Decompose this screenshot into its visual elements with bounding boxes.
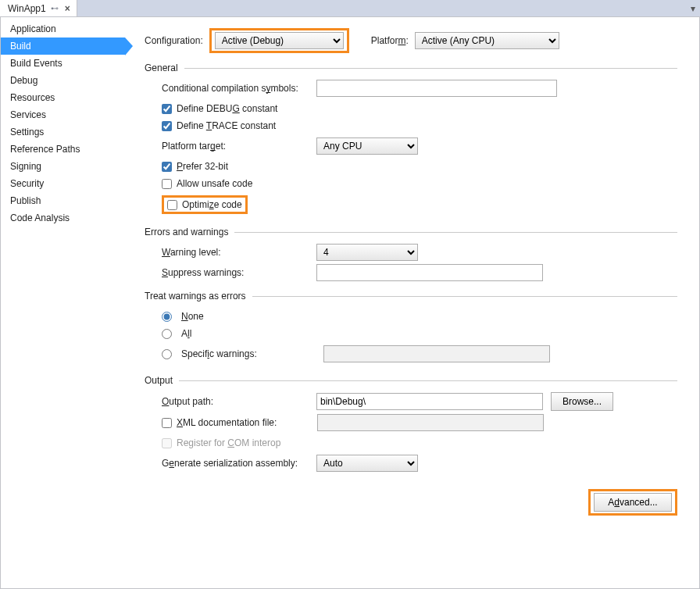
document-tab-bar: WinApp1 ⊷ × ▾ — [0, 0, 700, 17]
xml-doc-input — [317, 414, 544, 431]
register-com-checkbox — [162, 438, 172, 448]
divider — [234, 232, 677, 233]
sidenav-item-security[interactable]: Security — [1, 175, 125, 192]
allow-unsafe-label: Allow unsafe code — [177, 178, 252, 189]
suppress-warnings-input[interactable] — [316, 264, 543, 281]
cond-symbols-label: Conditional compilation symbols: — [162, 83, 316, 94]
configuration-select[interactable]: Active (Debug) — [215, 32, 344, 49]
treat-specific-input — [323, 345, 550, 362]
suppress-warnings-label: Suppress warnings: — [162, 267, 316, 278]
platform-select[interactable]: Active (Any CPU) — [415, 32, 559, 49]
sidenav-item-settings[interactable]: Settings — [1, 123, 125, 141]
warning-level-label: Warning level: — [162, 247, 316, 258]
tab-bar-overflow-icon[interactable]: ▾ — [686, 0, 700, 16]
sidenav-item-services[interactable]: Services — [1, 106, 125, 123]
define-debug-checkbox[interactable] — [162, 104, 172, 114]
prefer-32bit-checkbox[interactable] — [162, 162, 172, 172]
highlight-advanced: Advanced... — [588, 489, 677, 516]
treat-specific-label: Specific warnings: — [181, 348, 319, 359]
section-errors: Errors and warnings — [145, 227, 228, 237]
prefer-32bit-label: Prefer 32-bit — [177, 161, 228, 172]
highlight-optimize: Optimize code — [162, 195, 248, 214]
close-icon[interactable]: × — [63, 3, 72, 14]
section-output: Output — [145, 375, 173, 386]
cond-symbols-input[interactable] — [316, 80, 557, 97]
register-com-label: Register for COM interop — [177, 437, 280, 448]
gen-serialization-label: Generate serialization assembly: — [162, 458, 316, 469]
gen-serialization-select[interactable]: Auto — [316, 455, 418, 472]
platform-target-select[interactable]: Any CPU — [316, 137, 418, 155]
sidenav-item-build-events[interactable]: Build Events — [1, 55, 125, 72]
divider — [184, 68, 677, 69]
divider — [252, 296, 677, 297]
allow-unsafe-checkbox[interactable] — [162, 179, 172, 189]
treat-all-radio[interactable] — [162, 329, 172, 339]
sidenav-item-debug[interactable]: Debug — [1, 72, 125, 89]
project-property-nav: Application Build Build Events Debug Res… — [1, 17, 126, 588]
sidenav-item-application[interactable]: Application — [1, 20, 125, 37]
optimize-code-label: Optimize code — [182, 199, 242, 210]
define-trace-checkbox[interactable] — [162, 121, 172, 131]
treat-specific-radio[interactable] — [162, 349, 172, 359]
optimize-code-checkbox[interactable] — [167, 200, 177, 210]
warning-level-select[interactable]: 4 — [316, 244, 418, 261]
treat-all-label: All — [181, 328, 191, 339]
sidenav-item-code-analysis[interactable]: Code Analysis — [1, 209, 125, 227]
treat-none-label: None — [181, 311, 204, 322]
configuration-label: Configuration: — [145, 35, 203, 46]
section-treat-warnings: Treat warnings as errors — [145, 291, 246, 302]
define-debug-label: Define DEBUG constant — [177, 103, 277, 114]
sidenav-item-reference-paths[interactable]: Reference Paths — [1, 141, 125, 158]
workspace: Application Build Build Events Debug Res… — [0, 17, 700, 589]
platform-label: Platform: — [371, 35, 409, 46]
sidenav-item-publish[interactable]: Publish — [1, 192, 125, 209]
output-path-input[interactable] — [316, 393, 543, 410]
xml-doc-checkbox[interactable] — [162, 418, 172, 428]
xml-doc-label: XML documentation file: — [177, 417, 317, 428]
sidenav-item-resources[interactable]: Resources — [1, 89, 125, 106]
output-path-label: Output path: — [162, 396, 316, 407]
treat-none-radio[interactable] — [162, 312, 172, 322]
divider — [179, 380, 677, 381]
tab-winapp1[interactable]: WinApp1 ⊷ × — [0, 0, 77, 16]
section-general: General — [145, 62, 178, 73]
advanced-button[interactable]: Advanced... — [594, 493, 672, 512]
sidenav-item-signing[interactable]: Signing — [1, 158, 125, 175]
platform-target-label: Platform target: — [162, 141, 316, 152]
sidenav-item-build[interactable]: Build — [1, 37, 125, 55]
define-trace-label: Define TRACE constant — [177, 120, 276, 131]
tab-title: WinApp1 — [8, 3, 46, 14]
browse-button[interactable]: Browse... — [551, 392, 613, 411]
highlight-configuration: Active (Debug) — [209, 28, 349, 53]
build-page: Configuration: Active (Debug) Platform: … — [126, 17, 699, 588]
pin-icon[interactable]: ⊷ — [51, 4, 59, 12]
